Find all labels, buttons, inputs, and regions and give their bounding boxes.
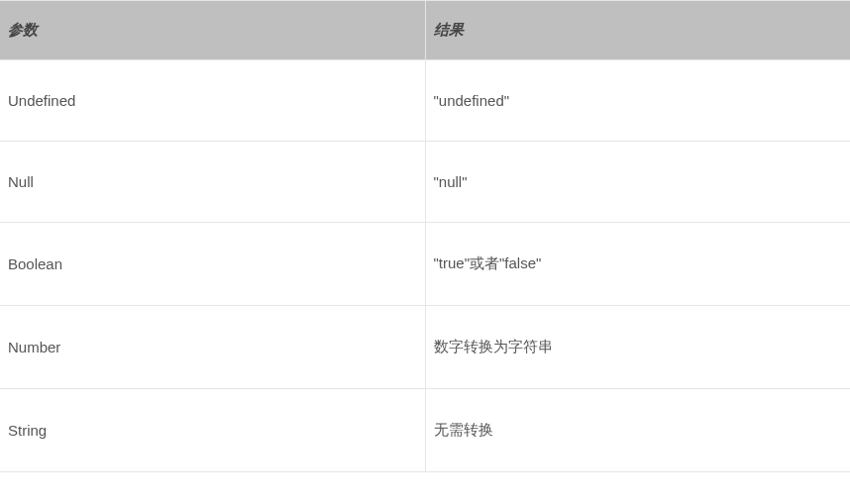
cell-param: Number — [0, 306, 425, 389]
cell-param: Undefined — [0, 60, 425, 142]
table-row: Null "null" — [0, 142, 850, 223]
cell-param: String — [0, 389, 425, 472]
cell-param: Null — [0, 142, 425, 223]
cell-result: "null" — [425, 142, 850, 223]
table-row: Undefined "undefined" — [0, 60, 850, 142]
header-result: 结果 — [425, 1, 850, 60]
header-param: 参数 — [0, 1, 425, 60]
cell-result: 数字转换为字符串 — [425, 306, 850, 389]
table-row: Number 数字转换为字符串 — [0, 306, 850, 389]
cell-result: "true"或者"false" — [425, 223, 850, 306]
cell-result: 无需转换 — [425, 389, 850, 472]
cell-result: "undefined" — [425, 60, 850, 142]
conversion-table: 参数 结果 Undefined "undefined" Null "null" … — [0, 0, 850, 472]
cell-param: Boolean — [0, 223, 425, 306]
table-row: String 无需转换 — [0, 389, 850, 472]
table-row: Boolean "true"或者"false" — [0, 223, 850, 306]
